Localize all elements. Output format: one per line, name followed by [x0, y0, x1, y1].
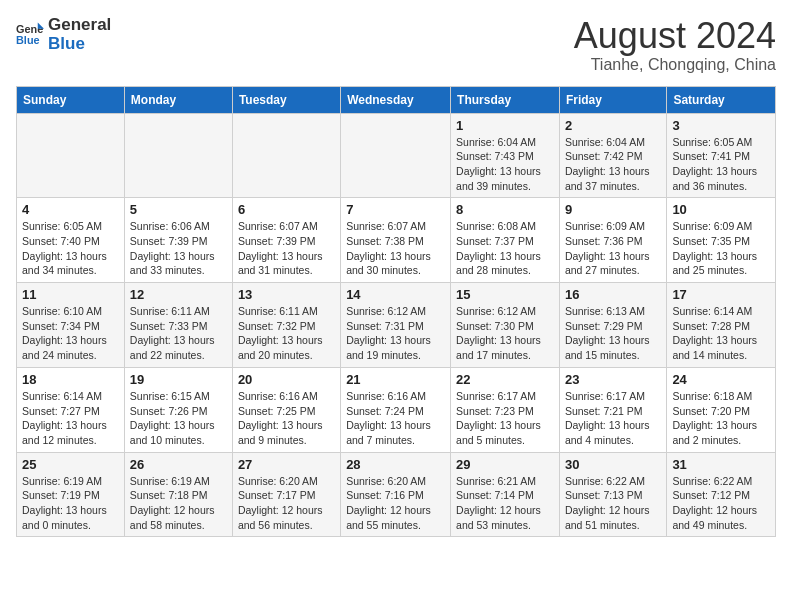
day-number: 26 [130, 457, 227, 472]
cell-1-7: 3Sunrise: 6:05 AM Sunset: 7:41 PM Daylig… [667, 113, 776, 198]
day-info: Sunrise: 6:11 AM Sunset: 7:33 PM Dayligh… [130, 305, 215, 361]
col-header-saturday: Saturday [667, 86, 776, 113]
col-header-tuesday: Tuesday [232, 86, 340, 113]
day-info: Sunrise: 6:20 AM Sunset: 7:16 PM Dayligh… [346, 475, 431, 531]
cell-4-1: 18Sunrise: 6:14 AM Sunset: 7:27 PM Dayli… [17, 367, 125, 452]
cell-3-6: 16Sunrise: 6:13 AM Sunset: 7:29 PM Dayli… [559, 283, 666, 368]
cell-5-1: 25Sunrise: 6:19 AM Sunset: 7:19 PM Dayli… [17, 452, 125, 537]
day-number: 12 [130, 287, 227, 302]
day-info: Sunrise: 6:22 AM Sunset: 7:13 PM Dayligh… [565, 475, 650, 531]
cell-2-2: 5Sunrise: 6:06 AM Sunset: 7:39 PM Daylig… [124, 198, 232, 283]
day-number: 15 [456, 287, 554, 302]
cell-5-7: 31Sunrise: 6:22 AM Sunset: 7:12 PM Dayli… [667, 452, 776, 537]
cell-3-7: 17Sunrise: 6:14 AM Sunset: 7:28 PM Dayli… [667, 283, 776, 368]
day-number: 29 [456, 457, 554, 472]
day-number: 20 [238, 372, 335, 387]
day-number: 19 [130, 372, 227, 387]
day-info: Sunrise: 6:05 AM Sunset: 7:41 PM Dayligh… [672, 136, 757, 192]
cell-3-3: 13Sunrise: 6:11 AM Sunset: 7:32 PM Dayli… [232, 283, 340, 368]
day-number: 28 [346, 457, 445, 472]
day-number: 6 [238, 202, 335, 217]
cell-2-7: 10Sunrise: 6:09 AM Sunset: 7:35 PM Dayli… [667, 198, 776, 283]
day-info: Sunrise: 6:17 AM Sunset: 7:21 PM Dayligh… [565, 390, 650, 446]
day-info: Sunrise: 6:04 AM Sunset: 7:43 PM Dayligh… [456, 136, 541, 192]
calendar-table: SundayMondayTuesdayWednesdayThursdayFrid… [16, 86, 776, 538]
cell-1-6: 2Sunrise: 6:04 AM Sunset: 7:42 PM Daylig… [559, 113, 666, 198]
cell-1-4 [341, 113, 451, 198]
day-info: Sunrise: 6:05 AM Sunset: 7:40 PM Dayligh… [22, 220, 107, 276]
day-info: Sunrise: 6:06 AM Sunset: 7:39 PM Dayligh… [130, 220, 215, 276]
day-info: Sunrise: 6:16 AM Sunset: 7:25 PM Dayligh… [238, 390, 323, 446]
day-info: Sunrise: 6:07 AM Sunset: 7:39 PM Dayligh… [238, 220, 323, 276]
day-number: 24 [672, 372, 770, 387]
day-number: 27 [238, 457, 335, 472]
day-number: 13 [238, 287, 335, 302]
cell-1-3 [232, 113, 340, 198]
day-info: Sunrise: 6:09 AM Sunset: 7:35 PM Dayligh… [672, 220, 757, 276]
day-number: 5 [130, 202, 227, 217]
cell-4-2: 19Sunrise: 6:15 AM Sunset: 7:26 PM Dayli… [124, 367, 232, 452]
cell-4-5: 22Sunrise: 6:17 AM Sunset: 7:23 PM Dayli… [451, 367, 560, 452]
day-info: Sunrise: 6:19 AM Sunset: 7:18 PM Dayligh… [130, 475, 215, 531]
day-number: 10 [672, 202, 770, 217]
cell-3-2: 12Sunrise: 6:11 AM Sunset: 7:33 PM Dayli… [124, 283, 232, 368]
cell-2-1: 4Sunrise: 6:05 AM Sunset: 7:40 PM Daylig… [17, 198, 125, 283]
day-number: 3 [672, 118, 770, 133]
week-row-4: 18Sunrise: 6:14 AM Sunset: 7:27 PM Dayli… [17, 367, 776, 452]
day-number: 18 [22, 372, 119, 387]
day-number: 31 [672, 457, 770, 472]
cell-5-6: 30Sunrise: 6:22 AM Sunset: 7:13 PM Dayli… [559, 452, 666, 537]
day-number: 16 [565, 287, 661, 302]
day-info: Sunrise: 6:12 AM Sunset: 7:31 PM Dayligh… [346, 305, 431, 361]
cell-3-1: 11Sunrise: 6:10 AM Sunset: 7:34 PM Dayli… [17, 283, 125, 368]
cell-1-2 [124, 113, 232, 198]
cell-1-1 [17, 113, 125, 198]
day-info: Sunrise: 6:08 AM Sunset: 7:37 PM Dayligh… [456, 220, 541, 276]
day-number: 21 [346, 372, 445, 387]
cell-5-3: 27Sunrise: 6:20 AM Sunset: 7:17 PM Dayli… [232, 452, 340, 537]
day-number: 9 [565, 202, 661, 217]
title-block: August 2024 Tianhe, Chongqing, China [574, 16, 776, 74]
cell-2-3: 6Sunrise: 6:07 AM Sunset: 7:39 PM Daylig… [232, 198, 340, 283]
day-info: Sunrise: 6:04 AM Sunset: 7:42 PM Dayligh… [565, 136, 650, 192]
week-row-1: 1Sunrise: 6:04 AM Sunset: 7:43 PM Daylig… [17, 113, 776, 198]
logo-blue-text: Blue [48, 35, 111, 54]
day-info: Sunrise: 6:14 AM Sunset: 7:27 PM Dayligh… [22, 390, 107, 446]
week-row-5: 25Sunrise: 6:19 AM Sunset: 7:19 PM Dayli… [17, 452, 776, 537]
logo-icon: General Blue [16, 21, 44, 49]
cell-1-5: 1Sunrise: 6:04 AM Sunset: 7:43 PM Daylig… [451, 113, 560, 198]
col-header-thursday: Thursday [451, 86, 560, 113]
day-info: Sunrise: 6:09 AM Sunset: 7:36 PM Dayligh… [565, 220, 650, 276]
day-info: Sunrise: 6:07 AM Sunset: 7:38 PM Dayligh… [346, 220, 431, 276]
day-number: 22 [456, 372, 554, 387]
cell-4-6: 23Sunrise: 6:17 AM Sunset: 7:21 PM Dayli… [559, 367, 666, 452]
cell-4-3: 20Sunrise: 6:16 AM Sunset: 7:25 PM Dayli… [232, 367, 340, 452]
cell-2-5: 8Sunrise: 6:08 AM Sunset: 7:37 PM Daylig… [451, 198, 560, 283]
day-number: 2 [565, 118, 661, 133]
day-info: Sunrise: 6:21 AM Sunset: 7:14 PM Dayligh… [456, 475, 541, 531]
day-number: 4 [22, 202, 119, 217]
cell-2-6: 9Sunrise: 6:09 AM Sunset: 7:36 PM Daylig… [559, 198, 666, 283]
main-title: August 2024 [574, 16, 776, 56]
day-info: Sunrise: 6:12 AM Sunset: 7:30 PM Dayligh… [456, 305, 541, 361]
cell-5-4: 28Sunrise: 6:20 AM Sunset: 7:16 PM Dayli… [341, 452, 451, 537]
day-info: Sunrise: 6:18 AM Sunset: 7:20 PM Dayligh… [672, 390, 757, 446]
logo-general-text: General [48, 16, 111, 35]
day-info: Sunrise: 6:14 AM Sunset: 7:28 PM Dayligh… [672, 305, 757, 361]
cell-5-5: 29Sunrise: 6:21 AM Sunset: 7:14 PM Dayli… [451, 452, 560, 537]
day-number: 1 [456, 118, 554, 133]
day-info: Sunrise: 6:13 AM Sunset: 7:29 PM Dayligh… [565, 305, 650, 361]
page-header: General Blue General Blue August 2024 Ti… [16, 16, 776, 74]
col-header-friday: Friday [559, 86, 666, 113]
header-row: SundayMondayTuesdayWednesdayThursdayFrid… [17, 86, 776, 113]
day-info: Sunrise: 6:19 AM Sunset: 7:19 PM Dayligh… [22, 475, 107, 531]
day-number: 7 [346, 202, 445, 217]
day-info: Sunrise: 6:20 AM Sunset: 7:17 PM Dayligh… [238, 475, 323, 531]
day-info: Sunrise: 6:16 AM Sunset: 7:24 PM Dayligh… [346, 390, 431, 446]
day-number: 25 [22, 457, 119, 472]
day-info: Sunrise: 6:22 AM Sunset: 7:12 PM Dayligh… [672, 475, 757, 531]
cell-3-4: 14Sunrise: 6:12 AM Sunset: 7:31 PM Dayli… [341, 283, 451, 368]
day-number: 23 [565, 372, 661, 387]
day-number: 11 [22, 287, 119, 302]
cell-4-7: 24Sunrise: 6:18 AM Sunset: 7:20 PM Dayli… [667, 367, 776, 452]
